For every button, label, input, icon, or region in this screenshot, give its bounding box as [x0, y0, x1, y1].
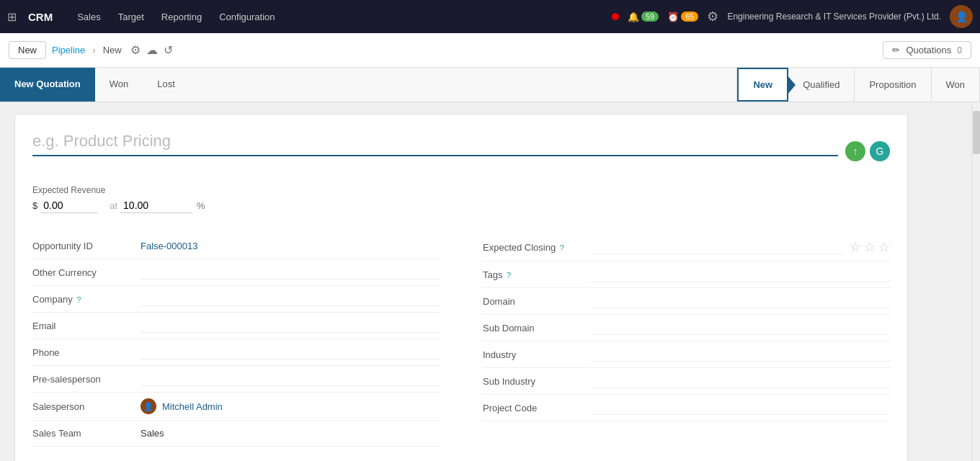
currency-symbol: $ — [32, 200, 37, 211]
field-domain: Domain — [483, 288, 890, 315]
label-company: Company ? — [32, 294, 141, 305]
label-sub-industry: Sub Industry — [483, 376, 591, 387]
label-project-code: Project Code — [483, 403, 591, 413]
closing-help-icon[interactable]: ? — [560, 243, 564, 252]
label-salesperson: Salesperson — [32, 401, 141, 412]
field-other-currency: Other Currency — [32, 259, 440, 286]
field-opportunity-id: Opportunity ID False-000013 — [32, 233, 440, 259]
toolbar-right: ✏ Quotations 0 — [883, 41, 971, 59]
star-3[interactable]: ☆ — [878, 239, 890, 255]
tags-help-icon[interactable]: ? — [507, 271, 511, 279]
tab-won[interactable]: Won — [95, 68, 143, 102]
ai-icon-green[interactable]: ↑ — [845, 141, 865, 161]
revenue-row: Expected Revenue $ at % — [32, 185, 890, 213]
field-sub-industry: Sub Industry — [483, 368, 890, 395]
nav-target[interactable]: Target — [111, 9, 151, 25]
nav-configuration[interactable]: Configuration — [212, 9, 282, 25]
label-pre-salesperson: Pre-salesperson — [32, 374, 141, 385]
label-tags: Tags ? — [483, 269, 591, 280]
nav-menu: Sales Target Reporting Configuration — [70, 9, 282, 25]
ai-icon-teal[interactable]: G — [870, 141, 890, 161]
input-company[interactable] — [141, 292, 440, 306]
expected-revenue-label: Expected Revenue — [32, 185, 205, 195]
form-card: ↑ G Expected Revenue $ at % — [14, 114, 908, 461]
field-pre-salesperson: Pre-salesperson — [32, 366, 440, 393]
opportunity-title-input[interactable] — [32, 132, 838, 156]
upload-cloud-icon[interactable]: ☁ — [146, 43, 158, 57]
quotations-button[interactable]: ✏ Quotations 0 — [883, 41, 971, 59]
main-content: ↑ G Expected Revenue $ at % — [0, 102, 980, 461]
input-industry[interactable] — [591, 347, 890, 362]
input-phone[interactable] — [141, 345, 440, 359]
star-2[interactable]: ☆ — [864, 239, 876, 255]
stage-tabs-bar: New Quotation Won Lost New Qualified Pro… — [0, 68, 980, 102]
label-industry: Industry — [483, 349, 591, 360]
pipeline-stage-won[interactable]: Won — [932, 68, 981, 102]
bell-badge: 59 — [641, 12, 659, 22]
tab-new-quotation[interactable]: New Quotation — [0, 68, 95, 102]
value-opportunity-id: False-000013 — [141, 241, 440, 251]
revenue-input-row: $ at % — [32, 198, 205, 213]
toolbar-icons: ⚙ ☁ ↺ — [130, 43, 173, 57]
quotations-label: Quotations — [906, 45, 951, 55]
breadcrumb-separator: › — [92, 45, 95, 55]
label-sales-team: Sales Team — [32, 428, 141, 439]
settings-icon[interactable]: ⚙ — [707, 9, 718, 24]
input-email[interactable] — [141, 318, 440, 333]
probability-input[interactable] — [120, 198, 192, 213]
grid-icon[interactable]: ⊞ — [7, 10, 17, 24]
navbar: ⊞ CRM Sales Target Reporting Configurati… — [0, 0, 980, 33]
tab-lost[interactable]: Lost — [143, 68, 190, 102]
brand-label: CRM — [28, 11, 53, 23]
input-domain[interactable] — [591, 294, 890, 308]
input-project-code[interactable] — [591, 400, 890, 415]
star-1[interactable]: ☆ — [850, 239, 861, 255]
label-other-currency: Other Currency — [32, 267, 141, 278]
refresh-icon[interactable]: ↺ — [164, 43, 173, 57]
clock-notif[interactable]: ⏰ 65 — [667, 12, 698, 22]
field-phone: Phone — [32, 339, 440, 366]
clock-icon: ⏰ — [667, 12, 679, 22]
field-industry: Industry — [483, 341, 890, 368]
pipeline-stages: New Qualified Proposition Won — [736, 68, 980, 102]
field-expected-closing: Expected Closing ? ☆ ☆ ☆ — [483, 233, 890, 261]
input-expected-closing[interactable] — [591, 240, 844, 254]
settings-gear-icon[interactable]: ⚙ — [130, 43, 141, 57]
pipeline-stage-qualified[interactable]: Qualified — [788, 68, 855, 102]
user-avatar[interactable]: 👤 — [950, 5, 973, 28]
right-fields: Expected Closing ? ☆ ☆ ☆ Tags ? Domain — [483, 233, 890, 447]
nav-sales[interactable]: Sales — [70, 9, 108, 25]
pipeline-stage-new[interactable]: New — [737, 68, 788, 102]
input-tags[interactable] — [591, 267, 890, 282]
bell-icon: 🔔 — [628, 12, 639, 22]
company-help-icon[interactable]: ? — [76, 295, 81, 304]
label-opportunity-id: Opportunity ID — [32, 241, 141, 251]
stars-rating: ☆ ☆ ☆ — [850, 239, 890, 255]
company-name: Engineering Research & IT Services Provi… — [727, 12, 941, 22]
left-fields: Opportunity ID False-000013 Other Curren… — [32, 233, 440, 447]
expected-revenue-group: Expected Revenue $ at % — [32, 185, 205, 213]
pipeline-stage-proposition[interactable]: Proposition — [855, 68, 931, 102]
field-salesperson: Salesperson 👤 Mitchell Admin — [32, 393, 440, 421]
clock-badge: 65 — [681, 12, 698, 22]
bell-notif[interactable]: 🔔 59 — [628, 12, 659, 22]
salesperson-row: 👤 Mitchell Admin — [141, 398, 223, 414]
status-dot — [612, 13, 619, 20]
field-tags: Tags ? — [483, 261, 890, 288]
breadcrumb-pipeline[interactable]: Pipeline — [52, 45, 85, 55]
label-sub-domain: Sub Domain — [483, 323, 591, 334]
ai-icons: ↑ G — [845, 141, 890, 161]
input-pre-salesperson[interactable] — [141, 372, 440, 386]
navbar-right: 🔔 59 ⏰ 65 ⚙ Engineering Research & IT Se… — [612, 5, 973, 28]
user-initials: 👤 — [956, 11, 968, 22]
new-button[interactable]: New — [9, 41, 46, 59]
input-other-currency[interactable] — [141, 265, 440, 279]
nav-reporting[interactable]: Reporting — [154, 9, 209, 25]
field-email: Email — [32, 313, 440, 339]
input-sub-domain[interactable] — [591, 321, 890, 335]
scrollbar-track[interactable] — [971, 102, 980, 461]
salesperson-name[interactable]: Mitchell Admin — [162, 401, 223, 412]
input-sub-industry[interactable] — [591, 374, 890, 388]
expected-revenue-input[interactable] — [40, 198, 98, 213]
scrollbar-thumb[interactable] — [973, 111, 980, 154]
